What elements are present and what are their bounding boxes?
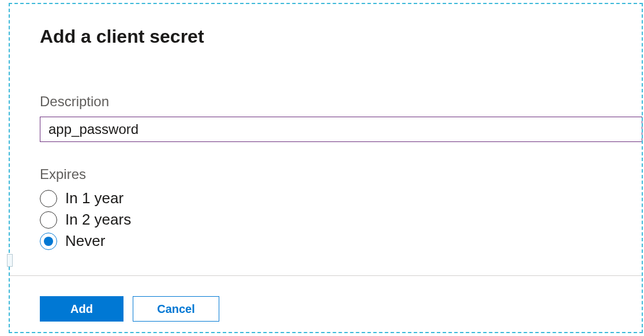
button-row: Add Cancel bbox=[40, 296, 219, 322]
radio-option-1-year[interactable]: In 1 year bbox=[40, 189, 644, 207]
description-input[interactable] bbox=[40, 117, 642, 142]
radio-option-never[interactable]: Never bbox=[40, 232, 644, 250]
radio-icon bbox=[40, 190, 57, 207]
panel-title: Add a client secret bbox=[40, 26, 644, 47]
radio-icon bbox=[40, 211, 57, 229]
expires-radio-group: In 1 year In 2 years Never bbox=[40, 189, 644, 250]
divider bbox=[9, 275, 643, 276]
radio-option-2-years[interactable]: In 2 years bbox=[40, 211, 644, 229]
radio-label: In 2 years bbox=[65, 211, 131, 229]
add-button[interactable]: Add bbox=[40, 296, 123, 322]
description-label: Description bbox=[40, 94, 644, 110]
selection-handle[interactable] bbox=[7, 254, 13, 267]
cancel-button[interactable]: Cancel bbox=[133, 296, 219, 322]
radio-label: Never bbox=[65, 232, 105, 250]
add-client-secret-panel: Add a client secret Description Expires … bbox=[0, 0, 644, 336]
expires-label: Expires bbox=[40, 166, 644, 182]
radio-icon-selected bbox=[40, 233, 57, 250]
radio-label: In 1 year bbox=[65, 189, 123, 207]
